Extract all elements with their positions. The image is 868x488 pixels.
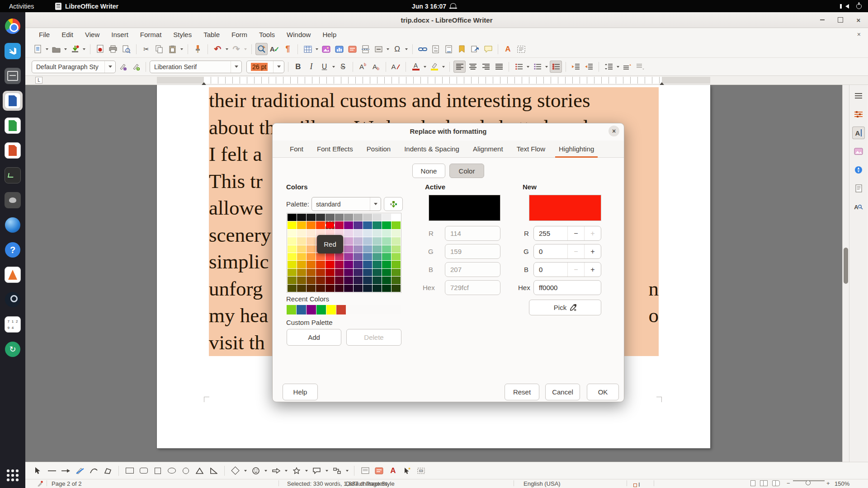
color-cell[interactable] [373, 237, 382, 244]
color-cell[interactable] [288, 214, 297, 221]
recent-color-swatch[interactable] [316, 305, 326, 314]
sidebar-gallery-icon[interactable] [852, 145, 865, 158]
font-name-combo[interactable]: Liberation Serif [150, 61, 242, 73]
color-cell[interactable] [373, 269, 382, 276]
dock-app-grid[interactable] [3, 465, 23, 485]
color-cell[interactable] [326, 277, 335, 284]
zoom-in-button[interactable]: + [826, 480, 830, 487]
undo-icon[interactable]: ↶ [212, 43, 224, 55]
tab-font-effects[interactable]: Font Effects [311, 141, 359, 157]
line-spacing-icon[interactable] [603, 61, 615, 73]
color-cell[interactable] [373, 285, 382, 292]
recent-color-swatch[interactable] [287, 305, 296, 314]
insert-endnote-icon[interactable] [443, 43, 455, 55]
dock-libreoffice-impress[interactable] [3, 141, 23, 160]
menu-item-styles[interactable]: Styles [167, 29, 198, 40]
color-cell[interactable] [344, 253, 353, 260]
tab-text-flow[interactable]: Text Flow [510, 141, 552, 157]
color-cell[interactable] [326, 214, 335, 221]
load-palette-button[interactable] [384, 197, 403, 211]
insert-comment-icon[interactable] [482, 43, 494, 55]
volume-icon[interactable] [845, 4, 849, 9]
color-cell[interactable] [363, 245, 372, 253]
dialog-close-button[interactable]: × [609, 126, 619, 136]
color-cell[interactable] [344, 277, 353, 284]
menu-item-form[interactable]: Form [226, 29, 253, 40]
color-cell[interactable] [382, 261, 391, 268]
color-cell[interactable] [363, 269, 372, 276]
font-size-combo[interactable]: 26 pt [246, 61, 284, 73]
color-cell[interactable] [297, 245, 306, 253]
dock-vscode[interactable] [3, 41, 23, 61]
none-button[interactable]: None [412, 164, 445, 178]
color-cell[interactable] [288, 253, 297, 260]
color-cell[interactable] [316, 285, 325, 292]
window-titlebar[interactable]: trip.docx - LibreOffice Writer × [25, 12, 868, 28]
highlight-color-icon[interactable] [428, 61, 440, 73]
color-cell[interactable] [373, 245, 382, 253]
insert-table-icon[interactable] [302, 43, 314, 55]
color-cell[interactable] [382, 237, 391, 244]
menu-item-insert[interactable]: Insert [105, 29, 134, 40]
highlight-color-dropdown[interactable] [441, 61, 446, 73]
color-cell[interactable] [363, 230, 372, 237]
color-cell[interactable] [373, 253, 382, 260]
redo-icon[interactable]: ↷ [230, 43, 242, 55]
sidebar-navigator-icon[interactable] [852, 164, 865, 176]
focused-app-menu[interactable]: LibreOffice Writer [55, 3, 118, 10]
color-cell[interactable] [373, 221, 382, 229]
color-cell[interactable] [335, 221, 344, 229]
new-g-increment-button[interactable]: + [584, 244, 601, 258]
color-cell[interactable] [335, 269, 344, 276]
menu-item-help[interactable]: Help [316, 29, 342, 40]
insert-frame-icon[interactable] [515, 43, 527, 55]
tab-position[interactable]: Position [360, 141, 397, 157]
color-cell[interactable] [363, 237, 372, 244]
tab-highlighting[interactable]: Highlighting [552, 141, 600, 157]
color-cell[interactable] [363, 214, 372, 221]
color-cell[interactable] [316, 269, 325, 276]
color-cell[interactable] [382, 245, 391, 253]
minimize-button[interactable] [818, 16, 826, 24]
color-cell[interactable] [354, 214, 363, 221]
pick-button[interactable]: Pick [529, 300, 601, 315]
paste-dropdown[interactable] [179, 43, 184, 55]
save-dropdown[interactable] [82, 43, 86, 55]
insert-text-box-icon[interactable] [346, 43, 359, 55]
sidebar-styles-icon[interactable]: A [852, 127, 865, 139]
insert-frame2-icon[interactable] [359, 465, 371, 477]
power-icon[interactable] [856, 4, 862, 9]
color-cell[interactable] [335, 214, 344, 221]
color-cell[interactable] [354, 253, 363, 260]
color-cell[interactable] [326, 285, 335, 292]
dock-blue-sphere-app[interactable] [3, 215, 23, 235]
menu-item-view[interactable]: View [79, 29, 105, 40]
color-cell[interactable] [335, 285, 344, 292]
italic-icon[interactable]: I [305, 61, 317, 73]
dock-help[interactable]: ? [3, 240, 23, 260]
line-spacing-dropdown[interactable] [616, 61, 620, 73]
circle-shape-icon[interactable] [179, 465, 192, 477]
color-cell[interactable] [392, 221, 401, 229]
print-preview-icon[interactable] [120, 43, 132, 55]
color-cell[interactable] [354, 237, 363, 244]
paragraph-style-combo[interactable]: Default Paragraph Styl [32, 61, 116, 73]
insert-chart-icon[interactable] [333, 43, 345, 55]
copy-icon[interactable] [153, 43, 165, 55]
callout-shapes-icon[interactable] [311, 465, 323, 477]
special-character-icon[interactable]: Ω [391, 43, 403, 55]
color-cell[interactable] [382, 230, 391, 237]
view-single-page-icon[interactable] [750, 480, 755, 486]
color-cell[interactable] [307, 253, 316, 260]
text-language[interactable]: English (USA) [524, 480, 561, 487]
zoom-level[interactable]: 150% [835, 480, 849, 487]
dock-gimp[interactable] [3, 190, 23, 210]
color-cell[interactable] [288, 221, 297, 229]
color-cell[interactable] [382, 285, 391, 292]
page-indicator[interactable]: Page 2 of 2 [52, 480, 82, 487]
tab-alignment[interactable]: Alignment [467, 141, 509, 157]
new-style-icon[interactable] [130, 61, 142, 73]
view-multi-page-icon[interactable] [760, 480, 768, 486]
color-cell[interactable] [344, 261, 353, 268]
font-color-icon[interactable]: A [410, 61, 422, 73]
